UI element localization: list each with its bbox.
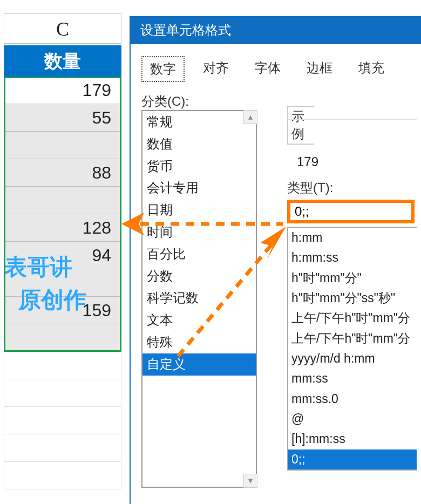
dialog-title: 设置单元格格式 (131, 16, 421, 44)
type-item[interactable]: [h]:mm:ss (288, 429, 417, 449)
type-area: 类型(T): (287, 179, 417, 223)
type-item[interactable]: h:mm:ss (288, 248, 417, 268)
cell-row-6[interactable]: 128 (4, 214, 121, 242)
tab-number[interactable]: 数字 (141, 56, 185, 82)
type-item[interactable]: 上午/下午h"时"mm"分 (288, 329, 417, 349)
type-item-selected[interactable]: 0;; (288, 449, 417, 469)
category-item-accounting[interactable]: 会计专用 (142, 177, 256, 199)
empty-cell[interactable] (4, 407, 121, 434)
type-label: 类型(T): (287, 179, 417, 196)
tabs: 数字 对齐 字体 边框 填充 (131, 44, 421, 82)
cell-row-8[interactable] (4, 269, 121, 297)
cell-row-10[interactable] (4, 324, 121, 352)
dialog-body: 分类(C): 常规 数值 货币 会计专用 日期 时间 百分比 分数 科学记数 文… (131, 82, 421, 503)
category-item-general[interactable]: 常规 (142, 111, 256, 133)
category-item-text[interactable]: 文本 (142, 309, 256, 331)
tab-font[interactable]: 字体 (247, 56, 288, 82)
cell-row-1[interactable]: 179 (4, 77, 121, 104)
empty-cell[interactable] (4, 434, 121, 462)
spreadsheet-area: C 数量 179 55 88 128 94 159 (0, 0, 130, 504)
type-item[interactable]: yyyy/m/d h:mm (288, 349, 417, 369)
category-list[interactable]: 常规 数值 货币 会计专用 日期 时间 百分比 分数 科学记数 文本 特殊 自定… (141, 110, 257, 488)
type-item[interactable]: @ (288, 409, 417, 429)
sample-area: 示例 179 (287, 106, 417, 169)
empty-cell[interactable] (4, 462, 121, 489)
cell-row-2[interactable]: 55 (4, 104, 121, 132)
tab-alignment[interactable]: 对齐 (195, 56, 236, 82)
type-item[interactable]: 上午/下午h"时"mm"分 (288, 308, 417, 328)
cell-row-7[interactable]: 94 (4, 242, 121, 269)
type-item[interactable]: h"时"mm"分" (288, 268, 417, 288)
category-item-custom[interactable]: 自定义 (142, 353, 256, 376)
type-item[interactable]: mm:ss.0 (288, 389, 417, 409)
scroll-up-icon[interactable]: ▴ (243, 110, 257, 124)
cell-row-9[interactable]: 159 (4, 297, 121, 324)
category-item-number[interactable]: 数值 (142, 133, 256, 155)
tab-fill[interactable]: 填充 (351, 56, 392, 82)
format-cells-dialog: 设置单元格格式 数字 对齐 字体 边框 填充 分类(C): 常规 数值 货币 会… (130, 16, 421, 504)
type-item[interactable]: h"时"mm"分"ss"秒" (288, 288, 417, 308)
cell-row-5[interactable] (4, 187, 121, 214)
category-item-special[interactable]: 特殊 (142, 331, 256, 353)
cell-row-3[interactable] (4, 132, 121, 159)
cell-row-4[interactable]: 88 (4, 159, 121, 187)
quantity-header: 数量 (4, 45, 121, 77)
scroll-down-icon[interactable]: ▾ (243, 474, 257, 488)
empty-cell[interactable] (4, 379, 121, 407)
type-input[interactable] (287, 200, 415, 223)
category-item-percentage[interactable]: 百分比 (142, 243, 256, 265)
category-item-date[interactable]: 日期 (142, 199, 256, 221)
type-list[interactable]: h:mm h:mm:ss h"时"mm"分" h"时"mm"分"ss"秒" 上午… (287, 227, 417, 471)
category-item-currency[interactable]: 货币 (142, 155, 256, 178)
column-header-c[interactable]: C (4, 13, 121, 44)
category-item-scientific[interactable]: 科学记数 (142, 287, 256, 309)
sample-label: 示例 (287, 106, 314, 145)
data-cells: 179 55 88 128 94 159 (4, 77, 121, 489)
category-item-fraction[interactable]: 分数 (142, 265, 256, 288)
tab-border[interactable]: 边框 (299, 56, 340, 82)
type-item[interactable]: h:mm (288, 228, 417, 248)
sample-value: 179 (287, 145, 417, 169)
type-item[interactable]: mm:ss (288, 369, 417, 389)
empty-cell[interactable] (4, 352, 121, 379)
category-item-time[interactable]: 时间 (142, 221, 256, 243)
